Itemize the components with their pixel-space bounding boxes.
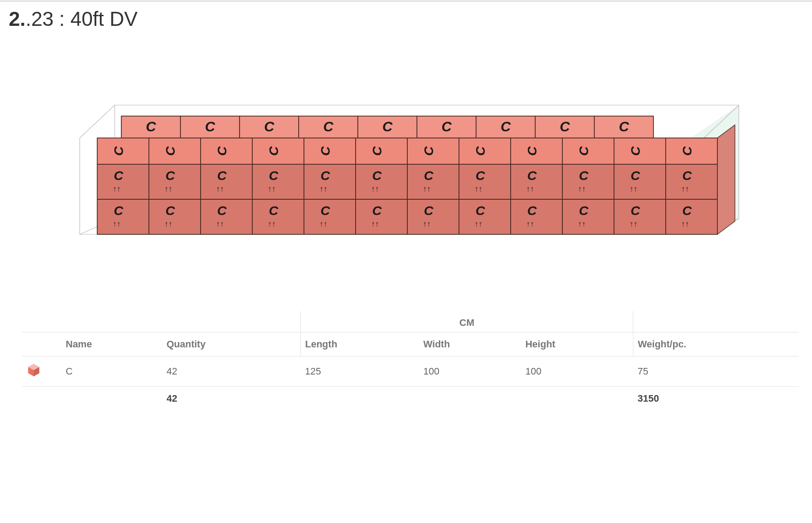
header-quantity: Quantity <box>162 332 300 357</box>
svg-text:C: C <box>525 146 539 156</box>
svg-text:C: C <box>372 203 382 218</box>
svg-text:C: C <box>527 168 537 183</box>
svg-text:↑↑: ↑↑ <box>629 219 637 228</box>
item-icon-cell <box>22 357 61 387</box>
container-svg: CCCCCCCCCCCCCCCCCCCCCC↑↑C↑↑C↑↑C↑↑C↑↑C↑↑C… <box>56 48 756 293</box>
svg-text:C: C <box>441 119 452 134</box>
svg-text:C: C <box>527 203 537 218</box>
title-rest: .23 : 40ft DV <box>25 7 138 30</box>
svg-text:C: C <box>217 168 227 183</box>
page-title: 2..23 : 40ft DV <box>0 2 812 31</box>
container-3d-visualization[interactable]: CCCCCCCCCCCCCCCCCCCCCC↑↑C↑↑C↑↑C↑↑C↑↑C↑↑C… <box>0 31 812 311</box>
header-width: Width <box>419 332 521 357</box>
column-header-row: Name Quantity Length Width Height Weight… <box>22 332 799 357</box>
svg-text:C: C <box>631 168 641 183</box>
svg-text:↑↑: ↑↑ <box>578 219 586 228</box>
svg-text:C: C <box>424 203 434 218</box>
svg-text:C: C <box>619 119 629 134</box>
cell-quantity: 42 <box>162 357 300 387</box>
svg-text:C: C <box>269 168 279 183</box>
svg-text:C: C <box>114 168 124 183</box>
svg-text:C: C <box>266 146 281 156</box>
svg-text:↑↑: ↑↑ <box>113 219 120 228</box>
total-weight: 3150 <box>633 387 799 411</box>
cm-column-group-label: CM <box>300 311 633 332</box>
cell-width: 100 <box>419 357 521 387</box>
svg-text:↑↑: ↑↑ <box>113 184 120 193</box>
total-quantity: 42 <box>162 387 300 411</box>
svg-text:↑↑: ↑↑ <box>216 184 224 193</box>
svg-text:↑↑: ↑↑ <box>423 184 431 193</box>
svg-text:C: C <box>321 203 331 218</box>
svg-text:C: C <box>166 203 176 218</box>
svg-text:C: C <box>163 146 177 156</box>
svg-text:C: C <box>372 168 382 183</box>
svg-text:C: C <box>682 203 692 218</box>
svg-text:C: C <box>421 146 436 156</box>
svg-text:C: C <box>682 168 692 183</box>
svg-text:↑↑: ↑↑ <box>216 219 224 228</box>
cm-header-row: CM <box>22 311 799 332</box>
svg-text:C: C <box>680 146 694 156</box>
svg-text:C: C <box>631 203 641 218</box>
svg-text:↑↑: ↑↑ <box>474 219 482 228</box>
svg-text:↑↑: ↑↑ <box>164 184 172 193</box>
svg-text:↑↑: ↑↑ <box>164 219 172 228</box>
svg-text:C: C <box>579 203 589 218</box>
svg-text:↑↑: ↑↑ <box>526 219 534 228</box>
title-prefix: 2. <box>9 7 25 30</box>
header-weight: Weight/pc. <box>633 332 799 357</box>
svg-text:↑↑: ↑↑ <box>268 184 275 193</box>
svg-marker-119 <box>717 125 735 234</box>
svg-text:C: C <box>269 203 279 218</box>
svg-text:C: C <box>114 203 124 218</box>
svg-text:C: C <box>215 146 229 156</box>
svg-text:C: C <box>476 203 486 218</box>
svg-text:↑↑: ↑↑ <box>268 219 275 228</box>
svg-text:↑↑: ↑↑ <box>629 184 637 193</box>
svg-text:C: C <box>205 119 215 134</box>
table-totals-row: 42 3150 <box>22 387 799 411</box>
svg-text:C: C <box>111 146 126 156</box>
svg-text:C: C <box>476 168 486 183</box>
svg-text:C: C <box>318 146 332 156</box>
svg-text:C: C <box>473 146 487 156</box>
svg-text:C: C <box>501 119 511 134</box>
svg-text:C: C <box>579 168 589 183</box>
svg-text:C: C <box>628 146 643 156</box>
svg-text:C: C <box>560 119 570 134</box>
header-length: Length <box>300 332 419 357</box>
svg-text:C: C <box>217 203 227 218</box>
svg-text:↑↑: ↑↑ <box>371 219 379 228</box>
svg-text:↑↑: ↑↑ <box>474 184 482 193</box>
svg-text:↑↑: ↑↑ <box>526 184 534 193</box>
cell-name: C <box>61 357 162 387</box>
svg-text:↑↑: ↑↑ <box>578 184 586 193</box>
svg-text:↑↑: ↑↑ <box>319 219 327 228</box>
svg-text:↑↑: ↑↑ <box>681 184 689 193</box>
cargo-table: CM Name Quantity Length Width Height Wei… <box>22 311 799 410</box>
svg-text:C: C <box>264 119 275 134</box>
cell-height: 100 <box>521 357 633 387</box>
svg-text:C: C <box>370 146 384 156</box>
header-name: Name <box>61 332 162 357</box>
svg-text:↑↑: ↑↑ <box>681 219 689 228</box>
svg-text:↑↑: ↑↑ <box>371 184 379 193</box>
cell-weight: 75 <box>633 357 799 387</box>
svg-text:C: C <box>424 168 434 183</box>
svg-text:C: C <box>166 168 176 183</box>
header-height: Height <box>521 332 633 357</box>
svg-text:C: C <box>323 119 334 134</box>
table-row[interactable]: C 42 125 100 100 75 <box>22 357 799 387</box>
svg-text:↑↑: ↑↑ <box>319 184 327 193</box>
svg-text:C: C <box>146 119 156 134</box>
cell-length: 125 <box>300 357 419 387</box>
cargo-table-container: CM Name Quantity Length Width Height Wei… <box>0 311 812 410</box>
svg-text:C: C <box>382 119 393 134</box>
cube-icon <box>26 363 41 378</box>
svg-text:C: C <box>321 168 331 183</box>
svg-line-1 <box>80 105 115 138</box>
svg-text:↑↑: ↑↑ <box>423 219 431 228</box>
svg-text:C: C <box>576 146 591 156</box>
